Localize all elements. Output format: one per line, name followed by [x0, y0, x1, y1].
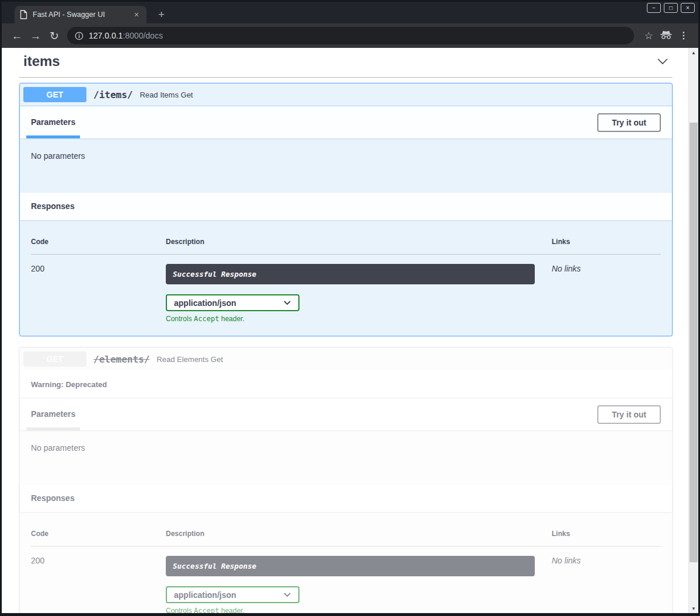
table-row: 200 Successful Response application/json…: [31, 547, 661, 613]
browser-toolbar: ← → ↻ 127.0.0.1:8000/docs ☆ ⋮: [2, 23, 698, 48]
tab-parameters[interactable]: Parameters: [26, 398, 80, 430]
vertical-scrollbar[interactable]: ▲ ▼: [688, 48, 698, 613]
info-icon[interactable]: [75, 32, 83, 40]
parameters-header: Parameters Try it out: [20, 398, 672, 430]
maximize-icon[interactable]: □: [664, 3, 678, 13]
bookmark-star-icon[interactable]: ☆: [640, 31, 657, 41]
media-type-value: application/json: [174, 590, 236, 600]
page-content: items GET /items/ Read Items Get Paramet…: [2, 48, 698, 613]
media-type-value: application/json: [174, 298, 236, 308]
forward-icon[interactable]: →: [26, 30, 45, 41]
minimize-icon[interactable]: −: [647, 3, 661, 13]
back-icon[interactable]: ←: [8, 30, 26, 41]
kebab-menu-icon[interactable]: ⋮: [675, 31, 692, 40]
method-badge: GET: [23, 351, 86, 367]
response-links: No links: [552, 264, 661, 323]
browser-window: Fast API - Swagger UI × + − □ × ← → ↻ 12…: [0, 0, 700, 616]
column-description: Description: [166, 238, 552, 246]
no-parameters-message: No parameters: [20, 138, 672, 193]
parameters-label: Parameters: [31, 117, 75, 127]
opblock-get-elements-deprecated: GET /elements/ Read Elements Get Warning…: [19, 347, 673, 613]
column-description: Description: [166, 530, 552, 538]
responses-header: Responses: [20, 193, 672, 220]
controls-accept-note: Controls Accept header.: [166, 315, 552, 323]
select-chevron-icon: [283, 300, 291, 305]
swagger-ui: items GET /items/ Read Items Get Paramet…: [19, 48, 673, 613]
tab-parameters[interactable]: Parameters: [26, 106, 80, 138]
new-tab-icon[interactable]: +: [155, 8, 168, 21]
response-code: 200: [31, 556, 166, 613]
parameters-label: Parameters: [31, 409, 75, 419]
scrollbar-thumb[interactable]: [689, 123, 698, 562]
controls-accept-note: Controls Accept header.: [166, 607, 552, 613]
table-row: 200 Successful Response application/json…: [31, 255, 661, 323]
opblock-summary[interactable]: GET /elements/ Read Elements Get: [20, 348, 672, 370]
tag-header-items[interactable]: items: [19, 48, 673, 78]
parameters-header: Parameters Try it out: [20, 106, 672, 138]
select-chevron-icon: [283, 592, 291, 597]
responses-table-head: Code Description Links: [31, 530, 661, 547]
address-bar[interactable]: 127.0.0.1:8000/docs: [67, 27, 634, 44]
column-links: Links: [552, 238, 661, 246]
incognito-icon: [657, 30, 675, 41]
opblock-summary[interactable]: GET /items/ Read Items Get: [20, 83, 672, 106]
accept-code: Accept: [194, 607, 219, 613]
scroll-up-icon[interactable]: ▲: [689, 48, 698, 57]
response-description: Successful Response: [166, 556, 535, 576]
tab-active-underline: [26, 135, 80, 138]
scroll-down-icon[interactable]: ▼: [689, 604, 698, 613]
chevron-down-icon[interactable]: [656, 57, 669, 65]
responses-table-head: Code Description Links: [31, 238, 661, 255]
url-host: 127.0.0.1: [89, 31, 123, 40]
browser-tab[interactable]: Fast API - Swagger UI ×: [15, 6, 147, 23]
page-favicon-icon: [20, 10, 27, 19]
close-icon[interactable]: ×: [681, 3, 695, 13]
media-type-select[interactable]: application/json: [166, 294, 299, 311]
reload-icon[interactable]: ↻: [45, 30, 64, 41]
response-links: No links: [552, 556, 661, 613]
try-it-out-button[interactable]: Try it out: [597, 405, 661, 424]
tab-title: Fast API - Swagger UI: [33, 11, 132, 19]
endpoint-path: /items/: [93, 89, 133, 100]
url-path: :8000/docs: [123, 31, 163, 40]
responses-header: Responses: [20, 485, 672, 512]
column-links: Links: [552, 530, 661, 538]
window-controls: − □ ×: [647, 3, 695, 13]
tag-title: items: [23, 53, 60, 69]
response-description: Successful Response: [166, 264, 535, 284]
endpoint-summary: Read Elements Get: [156, 355, 222, 364]
no-parameters-message: No parameters: [20, 430, 672, 485]
tab-close-icon[interactable]: ×: [132, 9, 141, 20]
titlebar: Fast API - Swagger UI × + − □ ×: [2, 2, 698, 23]
response-code: 200: [31, 264, 166, 323]
responses-table: Code Description Links 200 Successful Re…: [20, 512, 672, 613]
response-description-cell: Successful Response application/json Con…: [166, 556, 552, 613]
endpoint-path: /elements/: [93, 354, 149, 365]
deprecated-warning: Warning: Deprecated: [20, 370, 672, 398]
tab-active-underline: [26, 427, 80, 430]
opblock-get-items: GET /items/ Read Items Get Parameters Tr…: [19, 83, 673, 336]
responses-table: Code Description Links 200 Successful Re…: [20, 220, 672, 336]
media-type-select[interactable]: application/json: [166, 586, 299, 603]
try-it-out-button[interactable]: Try it out: [597, 113, 661, 132]
endpoint-summary: Read Items Get: [140, 91, 193, 99]
method-badge: GET: [23, 87, 86, 102]
column-code: Code: [31, 530, 166, 538]
accept-code: Accept: [194, 315, 219, 323]
column-code: Code: [31, 238, 166, 246]
response-description-cell: Successful Response application/json Con…: [166, 264, 552, 323]
